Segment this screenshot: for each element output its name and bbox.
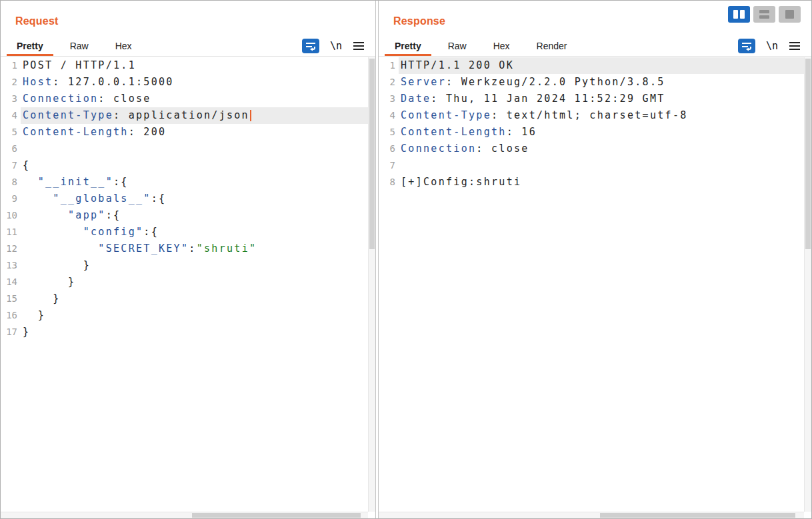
code-text: Content-Type: application/json xyxy=(21,107,368,124)
line-number: 13 xyxy=(1,257,21,274)
code-text: "config":{ xyxy=(21,224,368,241)
tab-render[interactable]: Render xyxy=(523,35,581,56)
line-number: 2 xyxy=(1,74,21,91)
code-line[interactable]: 8 "__init__":{ xyxy=(1,174,368,191)
layout-switcher xyxy=(728,6,801,23)
code-text: Date: Thu, 11 Jan 2024 11:52:29 GMT xyxy=(399,91,804,107)
response-vertical-scrollbar[interactable] xyxy=(804,57,811,512)
response-tabs: PrettyRawHexRender xyxy=(381,35,581,56)
code-text: Content-Type: text/html; charset=utf-8 xyxy=(399,107,804,124)
code-text xyxy=(399,157,804,174)
code-line: 2Server: Werkzeug/2.2.0 Python/3.8.5 xyxy=(379,74,804,91)
line-number: 5 xyxy=(1,124,21,141)
code-line[interactable]: 4Content-Type: application/json xyxy=(1,107,368,124)
tab-pretty[interactable]: Pretty xyxy=(381,35,435,56)
layout-stacked-button[interactable] xyxy=(753,6,775,23)
request-editor[interactable]: 1POST / HTTP/1.12Host: 127.0.0.1:50003Co… xyxy=(1,57,368,512)
newline-toggle-button[interactable]: \n xyxy=(330,40,342,52)
code-line: 5Content-Length: 16 xyxy=(379,124,804,141)
line-number: 8 xyxy=(1,174,21,191)
code-text: Content-Length: 16 xyxy=(399,124,804,141)
word-wrap-button[interactable] xyxy=(738,39,755,53)
request-tabs: PrettyRawHex xyxy=(3,35,145,56)
line-number: 10 xyxy=(1,207,21,224)
code-line[interactable]: 7{ xyxy=(1,157,368,174)
line-number: 17 xyxy=(1,324,21,340)
layout-single-icon xyxy=(785,10,794,19)
menu-button[interactable] xyxy=(789,41,801,51)
code-line[interactable]: 11 "config":{ xyxy=(1,224,368,241)
word-wrap-button[interactable] xyxy=(302,39,319,53)
tab-raw[interactable]: Raw xyxy=(435,35,480,56)
response-horizontal-scrollbar[interactable] xyxy=(379,512,804,518)
line-number: 4 xyxy=(379,107,399,124)
code-line[interactable]: 16 } xyxy=(1,307,368,324)
response-vertical-scrollbar-thumb[interactable] xyxy=(805,59,811,249)
request-title: Request xyxy=(15,15,59,27)
code-text: "__init__":{ xyxy=(21,174,368,191)
request-tab-tools: \n xyxy=(302,35,375,56)
line-number: 4 xyxy=(1,107,21,124)
code-line[interactable]: 3Connection: close xyxy=(1,91,368,107)
code-line[interactable]: 5Content-Length: 200 xyxy=(1,124,368,141)
code-line: 1HTTP/1.1 200 OK xyxy=(379,57,804,74)
line-number: 3 xyxy=(379,91,399,107)
line-number: 2 xyxy=(379,74,399,91)
request-horizontal-scrollbar-thumb[interactable] xyxy=(192,513,361,518)
code-line[interactable]: 9 "__globals__":{ xyxy=(1,191,368,207)
code-line[interactable]: 15 } xyxy=(1,290,368,307)
repeater-window: Request PrettyRawHex \n xyxy=(0,0,812,519)
word-wrap-icon xyxy=(302,39,319,53)
tab-raw[interactable]: Raw xyxy=(57,35,102,56)
response-horizontal-scrollbar-thumb[interactable] xyxy=(600,513,795,518)
code-line[interactable]: 17} xyxy=(1,324,368,340)
code-text: POST / HTTP/1.1 xyxy=(21,57,368,74)
code-line[interactable]: 10 "app":{ xyxy=(1,207,368,224)
code-line: 4Content-Type: text/html; charset=utf-8 xyxy=(379,107,804,124)
request-tabbar: PrettyRawHex \n xyxy=(1,35,375,57)
line-number: 3 xyxy=(1,91,21,107)
request-header: Request xyxy=(1,1,375,35)
code-text: Connection: close xyxy=(399,141,804,157)
code-line[interactable]: 6 xyxy=(1,141,368,157)
code-line[interactable]: 2Host: 127.0.0.1:5000 xyxy=(1,74,368,91)
code-line[interactable]: 12 "SECRET_KEY":"shruti" xyxy=(1,241,368,257)
code-line: 6Connection: close xyxy=(379,141,804,157)
code-text: Server: Werkzeug/2.2.0 Python/3.8.5 xyxy=(399,74,804,91)
code-text: [+]Config:shruti xyxy=(399,174,804,191)
code-line[interactable]: 14 } xyxy=(1,274,368,290)
code-text: } xyxy=(21,307,368,324)
layout-columns-button[interactable] xyxy=(728,6,750,23)
line-number: 14 xyxy=(1,274,21,290)
line-number: 6 xyxy=(379,141,399,157)
code-text: } xyxy=(21,324,368,340)
tab-hex[interactable]: Hex xyxy=(102,35,145,56)
newline-toggle-button[interactable]: \n xyxy=(766,40,778,52)
response-title: Response xyxy=(393,15,445,27)
word-wrap-icon xyxy=(738,39,755,53)
layout-stacked-icon xyxy=(759,10,769,19)
code-line[interactable]: 1POST / HTTP/1.1 xyxy=(1,57,368,74)
code-line: 7 xyxy=(379,157,804,174)
code-text: "__globals__":{ xyxy=(21,191,368,207)
response-tabbar: PrettyRawHexRender \n xyxy=(379,35,811,57)
request-vertical-scrollbar-thumb[interactable] xyxy=(369,59,375,249)
code-text: "app":{ xyxy=(21,207,368,224)
menu-icon xyxy=(789,41,801,51)
line-number: 1 xyxy=(379,57,399,74)
code-text: HTTP/1.1 200 OK xyxy=(399,57,804,74)
request-vertical-scrollbar[interactable] xyxy=(368,57,375,512)
request-panel: Request PrettyRawHex \n xyxy=(1,1,376,518)
menu-button[interactable] xyxy=(353,41,365,51)
line-number: 7 xyxy=(1,157,21,174)
line-number: 6 xyxy=(1,141,21,157)
request-horizontal-scrollbar[interactable] xyxy=(1,512,368,518)
layout-single-button[interactable] xyxy=(779,6,801,23)
tab-hex[interactable]: Hex xyxy=(480,35,523,56)
menu-icon xyxy=(353,41,365,51)
code-line[interactable]: 13 } xyxy=(1,257,368,274)
line-number: 9 xyxy=(1,191,21,207)
line-number: 7 xyxy=(379,157,399,174)
tab-pretty[interactable]: Pretty xyxy=(3,35,57,56)
response-panel: Response PrettyRawHexRender \n xyxy=(378,1,811,518)
